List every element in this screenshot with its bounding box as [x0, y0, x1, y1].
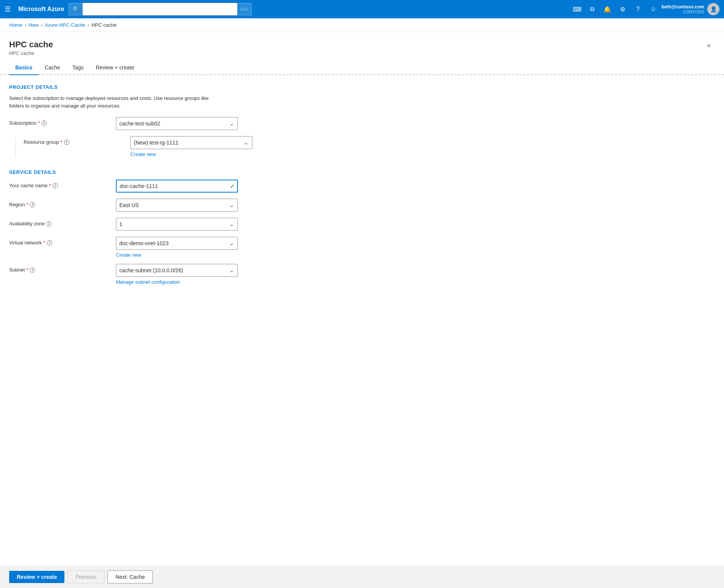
availability-zone-label: Availability zone i	[9, 218, 116, 227]
subscription-select[interactable]: cache-test-sub02	[116, 117, 238, 130]
region-info-icon[interactable]: i	[30, 202, 35, 207]
hamburger-icon[interactable]: ☰	[5, 5, 11, 13]
virtual-network-label: Virtual network * i	[9, 237, 116, 246]
breadcrumb: Home › New › Azure HPC Cache › HPC cache	[0, 18, 724, 32]
virtual-network-select[interactable]: doc-demo-vnet-1023	[116, 237, 238, 250]
tab-review-create[interactable]: Review + create	[90, 61, 140, 75]
previous-button: Previous	[67, 570, 104, 583]
resource-group-label: Resource group * i	[24, 136, 130, 145]
virtual-network-field: doc-demo-vnet-1023 Create new	[116, 237, 238, 258]
create-new-vnet-link[interactable]: Create new	[116, 252, 141, 258]
tab-tags[interactable]: Tags	[66, 61, 90, 75]
subnet-select[interactable]: cache-subnet (10.0.0.0/26)	[116, 264, 238, 277]
cache-name-input[interactable]	[116, 180, 238, 193]
subscription-required: *	[38, 120, 40, 126]
subnet-field: cache-subnet (10.0.0.0/26) Manage subnet…	[116, 264, 238, 285]
tab-cache[interactable]: Cache	[39, 61, 66, 75]
page-subtitle: HPC cache	[9, 50, 53, 56]
cache-name-required: *	[49, 183, 51, 188]
cloud-shell-icon[interactable]: ⌨	[570, 2, 584, 16]
region-select[interactable]: East US	[116, 199, 238, 212]
subscription-info-icon[interactable]: i	[42, 120, 47, 126]
service-details-section: SERVICE DETAILS Your cache name * i ✓	[9, 169, 715, 285]
tab-basics[interactable]: Basics	[9, 61, 39, 75]
notifications-icon[interactable]: 🔔	[600, 2, 614, 16]
search-bar[interactable]: 🔍 G+/	[69, 3, 252, 15]
subnet-label: Subnet * i	[9, 264, 116, 273]
virtual-network-required: *	[43, 240, 45, 246]
virtual-network-row: Virtual network * i doc-demo-vnet-1023 C…	[9, 237, 715, 258]
breadcrumb-home[interactable]: Home	[9, 22, 22, 28]
close-button[interactable]: ×	[703, 40, 715, 52]
cache-name-label: Your cache name * i	[9, 180, 116, 188]
search-icon: 🔍	[73, 6, 79, 12]
project-details-title: PROJECT DETAILS	[9, 84, 715, 90]
region-label: Region * i	[9, 199, 116, 207]
user-email: beth@contoso.com	[661, 4, 704, 10]
project-details-section: PROJECT DETAILS Select the subscription …	[9, 84, 715, 157]
cache-name-wrapper: ✓	[116, 180, 238, 193]
user-tenant: CONTOSO	[661, 10, 704, 14]
availability-zone-info-icon[interactable]: i	[46, 221, 51, 227]
cache-name-row: Your cache name * i ✓	[9, 180, 715, 193]
breadcrumb-sep-3: ›	[88, 22, 89, 28]
cache-name-info-icon[interactable]: i	[53, 183, 58, 188]
region-row: Region * i East US	[9, 199, 715, 212]
cache-name-field: ✓	[116, 180, 238, 193]
main-content: HPC cache HPC cache × Basics Cache Tags …	[0, 32, 724, 586]
subnet-info-icon[interactable]: i	[30, 267, 35, 273]
avatar: 👤	[707, 3, 719, 15]
footer: Review + create Previous Next: Cache	[0, 566, 724, 586]
directory-icon[interactable]: ⧉	[585, 2, 599, 16]
availability-zone-field: 1	[116, 218, 238, 231]
resource-group-info-icon[interactable]: i	[64, 140, 69, 145]
subscription-label: Subscription * i	[9, 117, 116, 126]
availability-zone-select[interactable]: 1	[116, 218, 238, 231]
top-navigation: ☰ Microsoft Azure 🔍 G+/ ⌨ ⧉ 🔔 ⚙ ? ☺ beth…	[0, 0, 724, 18]
project-details-description: Select the subscription to manage deploy…	[9, 95, 223, 109]
page-title: HPC cache	[9, 40, 53, 50]
breadcrumb-sep-1: ›	[25, 22, 26, 28]
cache-name-valid-icon: ✓	[230, 183, 235, 190]
form-content: PROJECT DETAILS Select the subscription …	[0, 75, 724, 586]
resource-group-field: (New) test-rg-1111 Create new	[130, 136, 252, 157]
subscription-select-wrapper: cache-test-sub02	[116, 117, 238, 130]
subnet-required: *	[26, 267, 28, 273]
manage-subnet-link[interactable]: Manage subnet configuration	[116, 279, 180, 285]
breadcrumb-sep-2: ›	[41, 22, 42, 28]
breadcrumb-current: HPC cache	[92, 22, 117, 28]
subscription-row: Subscription * i cache-test-sub02	[9, 117, 715, 130]
breadcrumb-azure-hpc-cache[interactable]: Azure HPC Cache	[45, 22, 85, 28]
region-field: East US	[116, 199, 238, 212]
next-cache-button[interactable]: Next: Cache	[108, 570, 153, 583]
resource-group-select[interactable]: (New) test-rg-1111	[130, 136, 252, 149]
user-menu[interactable]: beth@contoso.com CONTOSO 👤	[661, 3, 719, 15]
keyboard-shortcut: G+/	[241, 7, 247, 11]
nav-icons: ⌨ ⧉ 🔔 ⚙ ? ☺ beth@contoso.com CONTOSO 👤	[570, 2, 719, 16]
resource-group-required: *	[61, 139, 63, 145]
page-header: HPC cache HPC cache ×	[0, 32, 724, 56]
help-icon[interactable]: ?	[631, 2, 645, 16]
virtual-network-info-icon[interactable]: i	[47, 240, 52, 246]
tab-bar: Basics Cache Tags Review + create	[0, 61, 724, 75]
breadcrumb-new[interactable]: New	[29, 22, 39, 28]
review-create-button[interactable]: Review + create	[9, 571, 64, 583]
subscription-field: cache-test-sub02	[116, 117, 238, 130]
feedback-icon[interactable]: ☺	[646, 2, 660, 16]
brand-logo: Microsoft Azure	[18, 6, 64, 13]
resource-group-row: Resource group * i (New) test-rg-1111 Cr…	[15, 136, 715, 157]
service-details-title: SERVICE DETAILS	[9, 169, 715, 175]
availability-zone-row: Availability zone i 1	[9, 218, 715, 231]
create-new-resource-group-link[interactable]: Create new	[130, 151, 156, 157]
subnet-row: Subnet * i cache-subnet (10.0.0.0/26) Ma…	[9, 264, 715, 285]
search-input[interactable]	[82, 3, 238, 16]
region-required: *	[26, 202, 28, 207]
settings-icon[interactable]: ⚙	[616, 2, 629, 16]
